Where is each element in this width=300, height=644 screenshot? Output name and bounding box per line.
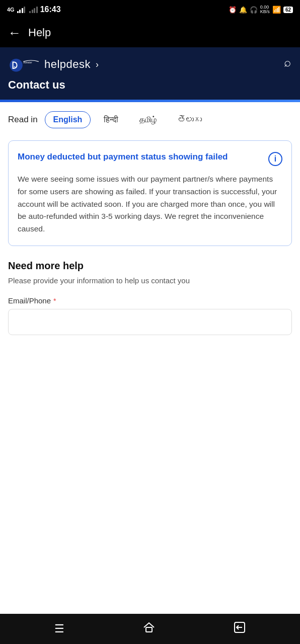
card-title-row: Money deducted but payment status showin… — [18, 151, 282, 166]
hotstar-logo-svg: + hotstar — [8, 55, 40, 73]
language-english[interactable]: English — [45, 111, 91, 128]
page-title: Help — [28, 26, 51, 39]
status-time: 16:43 — [40, 5, 61, 14]
carrier-label: 4G — [7, 7, 15, 13]
notification-icon: 🔔 — [239, 6, 247, 14]
card-title: Money deducted but payment status showin… — [18, 151, 263, 163]
email-phone-input[interactable] — [8, 309, 292, 335]
wifi-icon: 📶 — [272, 6, 281, 14]
need-more-help-title: Need more help — [8, 260, 292, 272]
svg-rect-3 — [146, 627, 152, 632]
need-more-help-subtitle: Please provide your information to help … — [8, 275, 292, 287]
contact-us-heading: Contact us — [8, 78, 292, 100]
card-body: We were seeing some issues with our paym… — [18, 173, 282, 235]
header-banner: + hotstar helpdesk › ⌕ Contact us — [0, 47, 300, 100]
language-hindi[interactable]: हिन्दी — [96, 112, 126, 128]
svg-point-0 — [10, 59, 23, 72]
back-square-icon[interactable] — [230, 617, 250, 640]
helpdesk-row: + hotstar helpdesk › — [8, 55, 292, 73]
battery-level: 62 — [283, 7, 293, 13]
language-telugu[interactable]: తెలుగు — [170, 112, 210, 128]
chevron-right-icon: › — [96, 59, 99, 70]
info-icon[interactable]: i — [268, 152, 282, 166]
data-icon: 0.00KB/s — [260, 5, 270, 14]
back-button[interactable]: ← — [8, 26, 21, 39]
search-icon[interactable]: ⌕ — [284, 55, 291, 69]
status-left: 4G 16:43 — [7, 5, 61, 14]
need-more-help-section: Need more help Please provide your infor… — [8, 260, 292, 336]
alarm-icon: ⏰ — [229, 6, 237, 14]
email-phone-label: Email/Phone * — [8, 296, 292, 305]
language-tamil[interactable]: தமிழ் — [131, 112, 165, 128]
top-nav: ← Help — [0, 18, 300, 47]
status-right: ⏰ 🔔 🎧 0.00KB/s 📶 62 — [229, 5, 293, 14]
bottom-nav: ☰ — [0, 614, 300, 644]
main-content: Money deducted but payment status showin… — [0, 135, 300, 614]
network-bars — [29, 6, 38, 13]
hotstar-logo: + hotstar — [8, 55, 40, 73]
info-card: Money deducted but payment status showin… — [8, 140, 292, 246]
menu-icon[interactable]: ☰ — [50, 618, 68, 639]
signal-bars — [17, 6, 26, 13]
status-bar: 4G 16:43 ⏰ 🔔 🎧 0.00KB/s 📶 62 — [0, 0, 300, 18]
read-in-label: Read in — [8, 115, 38, 125]
home-icon[interactable] — [138, 617, 160, 641]
helpdesk-label: helpdesk — [44, 58, 91, 71]
headphone-icon: 🎧 — [250, 6, 258, 14]
language-bar: Read in English हिन्दी தமிழ் తెలుగు — [0, 102, 300, 135]
required-star: * — [53, 297, 56, 305]
